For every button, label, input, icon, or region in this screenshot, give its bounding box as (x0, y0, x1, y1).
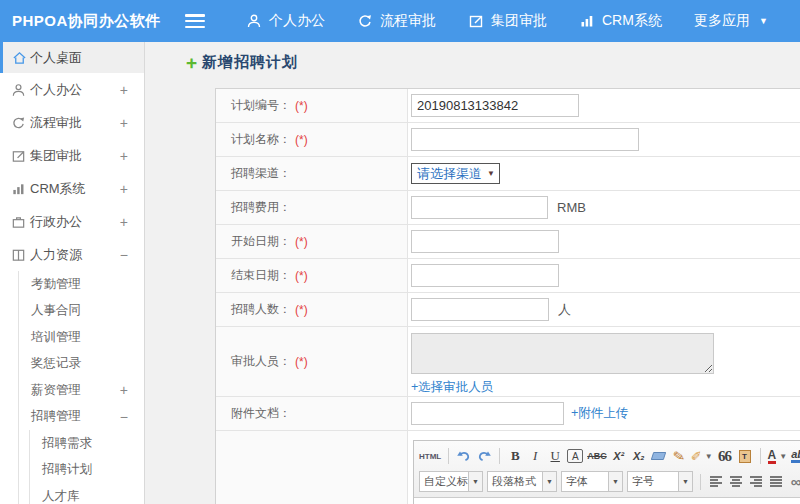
underline-button[interactable]: U (547, 446, 563, 466)
edit-icon (11, 148, 26, 163)
user-icon (11, 82, 26, 97)
recruitment-submenu: 招聘需求 招聘计划 人才库 (29, 430, 144, 504)
link-icon[interactable]: ∞ (788, 472, 800, 492)
caret-down-icon: ▼ (487, 169, 495, 178)
paste-icon[interactable]: T (737, 446, 753, 466)
italic-button[interactable]: I (527, 446, 543, 466)
expand-icon[interactable]: + (120, 214, 128, 230)
highlight-color-button[interactable]: ab▼ (791, 446, 800, 466)
chart-icon (11, 181, 26, 196)
select-approvers-link[interactable]: +选择审批人员 (411, 379, 493, 396)
strikethrough-button[interactable]: ABC (587, 446, 607, 466)
custom-title-dropdown[interactable]: 自定义标题▼ (419, 471, 483, 492)
sidebar: 个人桌面 个人办公 + 流程审批 + 集团审批 + CRM系统 + 行政办公 +… (0, 42, 145, 504)
plan-name-input[interactable] (411, 128, 639, 151)
html-source-button[interactable]: HTML (419, 446, 441, 466)
editor-content-area[interactable] (414, 498, 800, 504)
nav-group-approval[interactable]: 集团审批 (455, 0, 560, 42)
form-row: HTML B I U A ABC X² X₂ (216, 431, 800, 504)
caret-down-icon: ▼ (705, 452, 713, 461)
form-row: 开始日期：(*) (216, 225, 800, 259)
expand-icon[interactable]: + (120, 82, 128, 98)
sidebar-item-recruit-demand[interactable]: 招聘需求 (30, 430, 144, 457)
align-justify-icon[interactable] (768, 472, 784, 492)
sidebar-item-training[interactable]: 培训管理 (19, 324, 144, 351)
format-painter-icon[interactable]: ✐▼ (691, 446, 713, 466)
nav-more-apps[interactable]: 更多应用 ▼ (681, 0, 781, 42)
required-marker: (*) (295, 235, 308, 249)
sidebar-item-group-approval[interactable]: 集团审批 + (0, 139, 144, 172)
sidebar-item-recruitment[interactable]: 招聘管理− (19, 404, 144, 431)
headcount-input[interactable] (411, 298, 549, 321)
user-icon (246, 13, 262, 29)
form-row: 结束日期：(*) (216, 259, 800, 293)
expand-icon[interactable]: + (120, 148, 128, 164)
superscript-button[interactable]: X² (611, 446, 627, 466)
form-row: 计划编号：(*) (216, 89, 800, 123)
eraser-icon[interactable] (651, 446, 667, 466)
align-left-icon[interactable] (708, 472, 724, 492)
font-size-dropdown[interactable]: 字号▼ (627, 471, 693, 492)
sidebar-item-talent-pool[interactable]: 人才库 (30, 483, 144, 504)
channel-select[interactable]: 请选择渠道 ▼ (411, 163, 500, 184)
blockquote-button[interactable]: 66 (717, 446, 733, 466)
required-marker: (*) (295, 303, 308, 317)
cost-unit: RMB (557, 200, 586, 215)
font-family-dropdown[interactable]: 字体▼ (561, 471, 623, 492)
nav-personal-office[interactable]: 个人办公 (233, 0, 338, 42)
sidebar-item-hr[interactable]: 人力资源 − (0, 238, 144, 271)
home-icon (12, 50, 27, 65)
end-date-input[interactable] (411, 264, 559, 287)
paintbrush-icon[interactable]: ✎ (669, 445, 688, 467)
menu-icon[interactable] (185, 14, 205, 28)
sidebar-item-attendance[interactable]: 考勤管理 (19, 271, 144, 298)
book-icon (11, 247, 26, 262)
sidebar-item-workflow-approval[interactable]: 流程审批 + (0, 106, 144, 139)
subscript-button[interactable]: X₂ (631, 446, 647, 466)
sidebar-item-recruit-plan[interactable]: 招聘计划 (30, 457, 144, 484)
sidebar-item-crm[interactable]: CRM系统 + (0, 172, 144, 205)
caret-down-icon: ▼ (779, 452, 787, 461)
attachment-input[interactable] (411, 402, 564, 425)
expand-icon[interactable]: + (120, 181, 128, 197)
redo-icon[interactable] (476, 446, 492, 466)
collapse-icon[interactable]: − (120, 409, 128, 425)
sidebar-item-hr-contract[interactable]: 人事合同 (19, 298, 144, 325)
plan-no-input[interactable] (411, 94, 579, 117)
paragraph-format-dropdown[interactable]: 段落格式▼ (487, 471, 557, 492)
expand-icon[interactable]: + (120, 382, 128, 398)
sidebar-item-personal-office[interactable]: 个人办公 + (0, 73, 144, 106)
align-center-icon[interactable] (728, 472, 744, 492)
attachment-upload-link[interactable]: +附件上传 (571, 405, 628, 422)
sidebar-item-salary[interactable]: 薪资管理+ (19, 377, 144, 404)
form-row: 附件文档： +附件上传 (216, 397, 800, 431)
caret-down-icon: ▼ (468, 472, 482, 491)
font-color-button[interactable]: A▼ (768, 446, 788, 466)
sidebar-item-rewards[interactable]: 奖惩记录 (19, 351, 144, 378)
font-border-button[interactable]: A (567, 449, 583, 463)
approvers-label: 审批人员： (231, 353, 291, 370)
sidebar-item-admin-office[interactable]: 行政办公 + (0, 205, 144, 238)
sidebar-item-desktop[interactable]: 个人桌面 (0, 42, 144, 73)
nav-workflow-approval[interactable]: 流程审批 (344, 0, 449, 42)
caret-down-icon: ▼ (759, 16, 768, 26)
briefcase-icon (11, 214, 26, 229)
recruit-plan-form: 计划编号：(*) 计划名称：(*) 招聘渠道： 请选择渠道 ▼ 招聘费用： RM… (215, 88, 800, 504)
form-row: 招聘渠道： 请选择渠道 ▼ (216, 157, 800, 191)
bold-button[interactable]: B (507, 446, 523, 466)
top-nav: 个人办公 流程审批 集团审批 CRM系统 更多应用 ▼ (233, 0, 781, 42)
rich-text-editor: HTML B I U A ABC X² X₂ (413, 440, 800, 504)
start-date-label: 开始日期： (231, 233, 291, 250)
cost-input[interactable] (411, 196, 548, 219)
approvers-textarea[interactable] (411, 333, 714, 374)
form-row: 招聘费用： RMB (216, 191, 800, 225)
start-date-input[interactable] (411, 230, 559, 253)
expand-icon[interactable]: + (120, 115, 128, 131)
undo-icon[interactable] (456, 446, 472, 466)
collapse-icon[interactable]: − (120, 247, 128, 263)
headcount-label: 招聘人数： (231, 301, 291, 318)
required-marker: (*) (295, 133, 308, 147)
align-right-icon[interactable] (748, 472, 764, 492)
process-icon (11, 115, 26, 130)
nav-crm-system[interactable]: CRM系统 (566, 0, 675, 42)
